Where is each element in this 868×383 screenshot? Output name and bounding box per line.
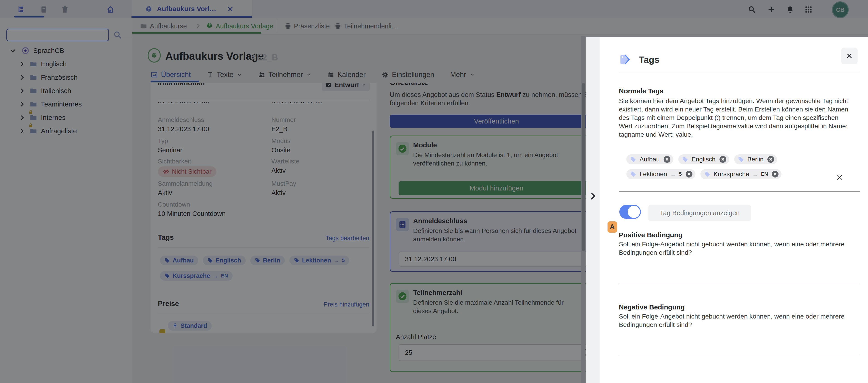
drawer-gutter bbox=[586, 37, 600, 383]
negative-condition-description: Soll ein Folge-Angebot nicht gebucht wer… bbox=[619, 312, 844, 329]
tag-icon bbox=[738, 156, 744, 163]
divider bbox=[619, 284, 860, 284]
remove-tag-button[interactable] bbox=[771, 170, 779, 178]
arrow-icon bbox=[752, 170, 758, 178]
remove-tag-button[interactable] bbox=[767, 155, 775, 163]
toggle-label: Tag Bedingungen anzeigen bbox=[648, 205, 751, 221]
remove-tag-button[interactable] bbox=[663, 155, 671, 163]
tags-drawer: Tags Normale Tags Sie können hier dem An… bbox=[586, 37, 868, 383]
tag-icon bbox=[704, 171, 710, 177]
negative-condition-heading: Negative Bedingung bbox=[619, 303, 685, 311]
divider bbox=[619, 72, 860, 72]
positive-condition-heading: Positive Bedingung bbox=[619, 231, 682, 239]
remove-tag-button[interactable] bbox=[719, 155, 727, 163]
annotation-badge: A bbox=[608, 221, 617, 233]
modal-backdrop[interactable] bbox=[0, 0, 868, 37]
tag-icon bbox=[682, 156, 688, 163]
divider bbox=[619, 355, 860, 355]
normal-tags-description: Sie können hier dem Angebot Tags hinzufü… bbox=[619, 97, 848, 139]
tag-icon bbox=[630, 156, 637, 163]
clear-tags-icon[interactable] bbox=[836, 173, 843, 181]
tag-chip-englisch: Englisch bbox=[678, 154, 729, 164]
collapse-drawer-icon[interactable] bbox=[588, 191, 597, 201]
show-tag-conditions-toggle[interactable] bbox=[619, 205, 641, 219]
tag-chip-lektionen: Lektionen 5 bbox=[626, 169, 695, 179]
tag-icon bbox=[630, 171, 637, 177]
drawer-tag-row2: Lektionen 5 Kurssprache EN bbox=[626, 169, 781, 179]
tag-chip-aufbau: Aufbau bbox=[626, 154, 673, 164]
app-window: Aufbaukurs Vorl… CB Aufbaukurse bbox=[0, 0, 868, 383]
tags-icon bbox=[619, 54, 633, 65]
drawer-tag-row1: Aufbau Englisch Berlin bbox=[626, 154, 777, 164]
drawer-title: Tags bbox=[639, 55, 659, 65]
close-drawer-button[interactable] bbox=[841, 48, 858, 64]
tags-input-underline bbox=[619, 191, 860, 192]
modal-backdrop[interactable] bbox=[0, 37, 586, 383]
positive-condition-description: Soll ein Folge-Angebot nicht gebucht wer… bbox=[619, 240, 844, 257]
remove-tag-button[interactable] bbox=[685, 170, 693, 178]
drawer-panel: Tags Normale Tags Sie können hier dem An… bbox=[599, 37, 868, 383]
arrow-icon bbox=[670, 170, 676, 178]
normal-tags-heading: Normale Tags bbox=[619, 87, 663, 95]
tag-chip-berlin: Berlin bbox=[734, 154, 777, 164]
tag-chip-kurssprache: Kurssprache EN bbox=[701, 169, 782, 179]
